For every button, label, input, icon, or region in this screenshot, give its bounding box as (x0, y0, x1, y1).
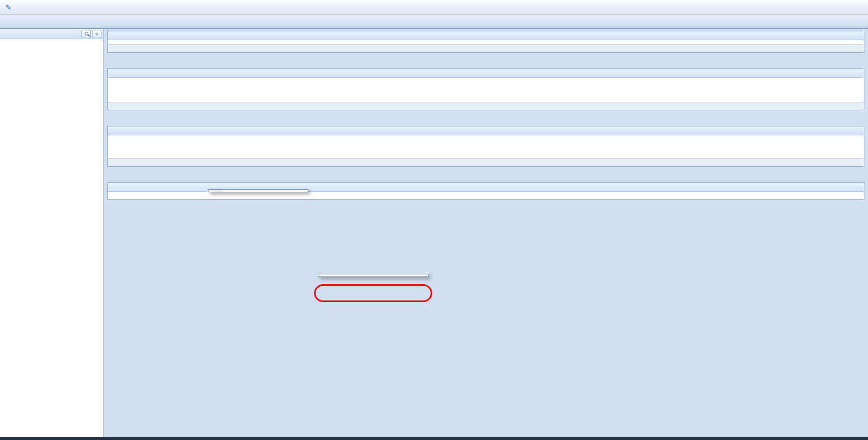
work-section-tabs (107, 170, 868, 182)
search-icon (85, 32, 88, 36)
stage-section-tabs (107, 113, 868, 126)
app-logo-icon: ✎ (3, 3, 14, 11)
context-menu (208, 189, 308, 192)
context-submenu (318, 274, 429, 277)
sidebar-header: « (0, 29, 103, 39)
collapse-sidebar-button[interactable]: « (92, 30, 101, 38)
grid-filler (108, 40, 864, 44)
hierarchy-tree (0, 39, 103, 44)
window-tabbar (0, 15, 868, 29)
projects-panel-title (108, 31, 864, 40)
works-panel-title (108, 126, 864, 135)
projects-hscrollbar[interactable] (108, 44, 864, 52)
sidebar: « (0, 29, 103, 440)
search-button[interactable] (82, 30, 91, 38)
stages-hscrollbar[interactable] (108, 102, 864, 110)
stages-panel (107, 68, 864, 110)
main-area (103, 29, 868, 440)
content-area: « (0, 29, 868, 440)
menubar: ✎ (0, 0, 868, 15)
grid-filler (108, 78, 864, 102)
grid-filler (108, 135, 864, 158)
stages-panel-title (108, 69, 864, 78)
works-panel (107, 126, 864, 167)
project-section-tabs (107, 56, 868, 68)
window-bottom-edge (0, 437, 868, 440)
projects-panel (107, 31, 864, 53)
works-hscrollbar[interactable] (108, 158, 864, 166)
grid-filler (108, 192, 864, 199)
